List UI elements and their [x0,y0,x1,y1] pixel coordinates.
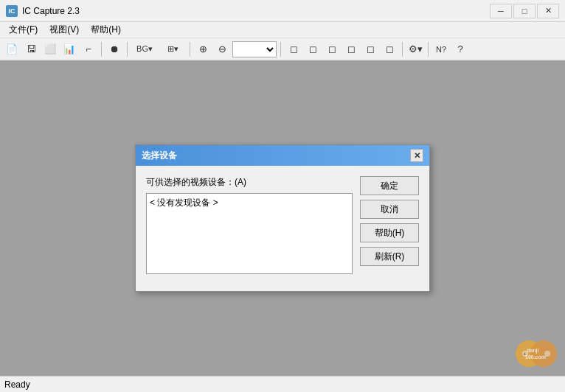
toolbar-sep2 [127,42,128,57]
toolbar-dev5[interactable]: ◻ [361,41,379,58]
maximize-button[interactable]: □ [513,4,535,18]
main-area: 选择设备 ✕ 可供选择的视频设备：(A) < 没有发现设备 > 确定 取消 帮助… [0,60,565,376]
toolbar-help2[interactable]: ? [451,41,469,58]
svg-point-5 [544,351,550,357]
device-listbox[interactable]: < 没有发现设备 > [146,193,353,274]
title-bar: IC IC Capture 2.3 ─ □ ✕ [0,0,565,22]
dialog-refresh-button[interactable]: 刷新(R) [360,247,419,266]
toolbar-sep1 [101,42,102,57]
dialog-device-label: 可供选择的视频设备：(A) [146,176,353,189]
dialog-overlay: 选择设备 ✕ 可供选择的视频设备：(A) < 没有发现设备 > 确定 取消 帮助… [0,60,565,376]
toolbar-grid[interactable]: ⊞▾ [159,41,186,58]
menu-file[interactable]: 文件(F) [3,22,44,38]
device-listbox-item: < 没有发现设备 > [150,197,349,209]
toolbar-graph[interactable]: 📊 [60,41,78,58]
status-bar: Ready [0,376,565,392]
toolbar-open[interactable]: 🖫 [22,41,40,58]
toolbar-dev3[interactable]: ◻ [323,41,341,58]
dialog-confirm-button[interactable]: 确定 [360,176,419,195]
toolbar-dev6[interactable]: ◻ [381,41,398,58]
menu-bar: 文件(F) 视图(V) 帮助(H) [0,22,565,38]
zoom-dropdown[interactable] [232,41,277,57]
toolbar-settings[interactable]: ⚙▾ [406,41,424,58]
toolbar-bg[interactable]: BG▾ [131,41,158,58]
window-controls: ─ □ ✕ [490,4,559,18]
watermark: danji 100.com + [510,337,562,373]
toolbar-sep3 [190,42,190,57]
toolbar-new[interactable]: 📄 [3,41,21,58]
toolbar-wave[interactable]: ⌐ [80,41,97,58]
menu-view[interactable]: 视图(V) [44,22,85,38]
toolbar-sep4 [280,42,281,57]
minimize-button[interactable]: ─ [490,4,512,18]
dialog-close-button[interactable]: ✕ [410,149,423,162]
dialog-left: 可供选择的视频设备：(A) < 没有发现设备 > [146,176,353,274]
toolbar-dev1[interactable]: ◻ [285,41,302,58]
dialog-cancel-button[interactable]: 取消 [360,200,419,219]
toolbar-capture[interactable]: ⬜ [41,41,59,58]
toolbar-help1[interactable]: N? [432,41,450,58]
dialog: 选择设备 ✕ 可供选择的视频设备：(A) < 没有发现设备 > 确定 取消 帮助… [135,144,430,292]
dialog-body: 可供选择的视频设备：(A) < 没有发现设备 > 确定 取消 帮助(H) 刷新(… [136,166,429,284]
title-text: IC Capture 2.3 [22,6,490,16]
toolbar-sep5 [402,42,403,57]
svg-text:+: + [523,351,527,357]
toolbar-sep6 [428,42,429,57]
toolbar-dev4[interactable]: ◻ [342,41,360,58]
toolbar-zoom-in[interactable]: ⊕ [194,41,212,58]
svg-point-1 [530,340,557,367]
dialog-right: 确定 取消 帮助(H) 刷新(R) [360,176,419,274]
dialog-title: 选择设备 [142,150,177,162]
status-text: Ready [4,379,30,390]
close-button[interactable]: ✕ [537,4,559,18]
toolbar: 📄 🖫 ⬜ 📊 ⌐ ⏺ BG▾ ⊞▾ ⊕ ⊖ ◻ ◻ ◻ ◻ ◻ ◻ ⚙▾ N?… [0,38,565,60]
toolbar-record[interactable]: ⏺ [105,41,123,58]
toolbar-zoom-out[interactable]: ⊖ [213,41,231,58]
dialog-help-button[interactable]: 帮助(H) [360,223,419,242]
dialog-title-bar: 选择设备 ✕ [136,145,429,166]
svg-text:100.com: 100.com [525,354,546,360]
menu-help[interactable]: 帮助(H) [85,22,127,38]
svg-text:danji: danji [527,348,538,354]
app-icon: IC [6,5,18,17]
toolbar-dev2[interactable]: ◻ [304,41,322,58]
